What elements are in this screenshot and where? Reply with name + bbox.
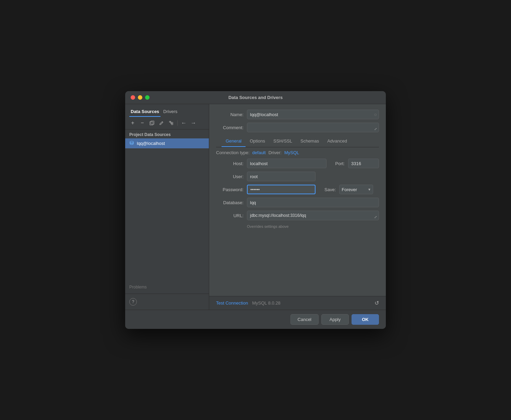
comment-row: Comment: ⤢	[216, 123, 379, 132]
name-label: Name:	[216, 112, 243, 117]
help-button[interactable]: ?	[129, 298, 137, 306]
password-row: Password: Save: Never Until restart Fore…	[216, 185, 379, 194]
tab-schemas[interactable]: Schemas	[296, 136, 323, 147]
sidebar-tabs: Data Sources Drivers	[125, 104, 209, 117]
back-button[interactable]: ←	[180, 119, 188, 127]
dialog-title: Data Sources and Drivers	[228, 95, 283, 100]
edit-button[interactable]	[157, 119, 166, 127]
name-input-wrapper: ○	[247, 110, 379, 119]
bottom-bar: Test Connection MySQL 8.0.28 ↺	[209, 296, 386, 310]
problems-label: Problems	[129, 285, 147, 289]
tab-options[interactable]: Options	[246, 136, 269, 147]
sync-icon: ○	[374, 112, 377, 117]
form-area: Name: ○ Comment: ⤢ General	[209, 104, 386, 296]
sidebar-item-lqq-localhost[interactable]: lqq@localhost	[125, 138, 209, 148]
remove-button[interactable]: −	[138, 119, 146, 127]
dialog: Data Sources and Drivers Data Sources Dr…	[125, 91, 386, 329]
refresh-icon[interactable]: ↺	[375, 300, 379, 306]
content-panel: Name: ○ Comment: ⤢ General	[209, 104, 386, 310]
host-input[interactable]	[247, 159, 326, 168]
password-label: Password:	[216, 187, 243, 192]
database-icon	[129, 140, 134, 146]
port-input[interactable]	[348, 159, 379, 168]
tabs-bar: General Options SSH/SSL Schemas Advanced	[216, 136, 379, 147]
sidebar-bottom: ?	[125, 294, 209, 310]
save-label: Save:	[324, 187, 336, 192]
apply-button[interactable]: Apply	[321, 314, 349, 325]
database-row: Database:	[216, 198, 379, 207]
tab-advanced[interactable]: Advanced	[323, 136, 351, 147]
expand-icon[interactable]: ⤢	[374, 127, 377, 131]
forward-button[interactable]: →	[189, 119, 198, 127]
copy-button[interactable]	[148, 119, 156, 127]
ok-button[interactable]: OK	[352, 314, 379, 325]
footer: Cancel Apply OK	[125, 310, 386, 329]
name-input[interactable]	[247, 110, 379, 119]
close-button[interactable]	[131, 95, 135, 100]
name-row: Name: ○	[216, 110, 379, 119]
user-input[interactable]	[247, 172, 316, 181]
comment-input-wrapper: ⤢	[247, 123, 379, 132]
toolbar-separator	[177, 120, 178, 126]
sidebar-item-label: lqq@localhost	[137, 141, 165, 146]
maximize-button[interactable]	[145, 95, 150, 100]
host-label: Host:	[216, 161, 243, 166]
driver-label: Driver:	[269, 150, 282, 155]
sidebar: Data Sources Drivers + −	[125, 104, 209, 310]
connection-info: Connection type: default Driver: MySQL	[216, 147, 379, 159]
database-label: Database:	[216, 200, 243, 205]
connection-type-value[interactable]: default	[252, 150, 266, 155]
driver-value[interactable]: MySQL	[284, 150, 299, 155]
save-select[interactable]: Never Until restart Forever	[339, 185, 373, 194]
password-input[interactable]	[247, 185, 316, 194]
title-bar: Data Sources and Drivers	[125, 91, 386, 104]
comment-label: Comment:	[216, 125, 243, 130]
sidebar-toolbar: + −	[125, 117, 209, 129]
traffic-lights	[131, 95, 150, 100]
tree-button[interactable]	[167, 119, 175, 127]
tab-data-sources[interactable]: Data Sources	[129, 107, 161, 117]
user-label: User:	[216, 174, 243, 179]
main-layout: Data Sources Drivers + −	[125, 104, 386, 310]
add-button[interactable]: +	[129, 119, 137, 127]
tab-drivers[interactable]: Drivers	[162, 107, 179, 117]
url-note: Overrides settings above	[216, 224, 289, 228]
comment-input[interactable]	[247, 123, 379, 132]
problems-area: Problems	[125, 148, 209, 294]
url-label: URL:	[216, 213, 243, 218]
tab-general[interactable]: General	[222, 136, 246, 147]
connection-type-label: Connection type:	[216, 150, 250, 155]
mysql-version: MySQL 8.0.28	[252, 300, 281, 306]
url-expand-icon[interactable]: ⤢	[374, 215, 377, 219]
url-input-wrapper: ⤢	[247, 211, 379, 220]
save-select-wrapper: Never Until restart Forever	[339, 185, 373, 194]
host-port-row: Host: Port:	[216, 159, 379, 168]
section-label: Project Data Sources	[125, 129, 209, 138]
url-input[interactable]	[247, 211, 379, 220]
user-row: User:	[216, 172, 379, 181]
test-connection-button[interactable]: Test Connection	[216, 300, 248, 306]
tab-ssh-ssl[interactable]: SSH/SSL	[269, 136, 296, 147]
port-label: Port:	[335, 161, 345, 166]
cancel-button[interactable]: Cancel	[290, 314, 319, 325]
minimize-button[interactable]	[138, 95, 142, 100]
url-row: URL: ⤢ Overrides settings above	[216, 211, 379, 228]
database-input[interactable]	[247, 198, 379, 207]
